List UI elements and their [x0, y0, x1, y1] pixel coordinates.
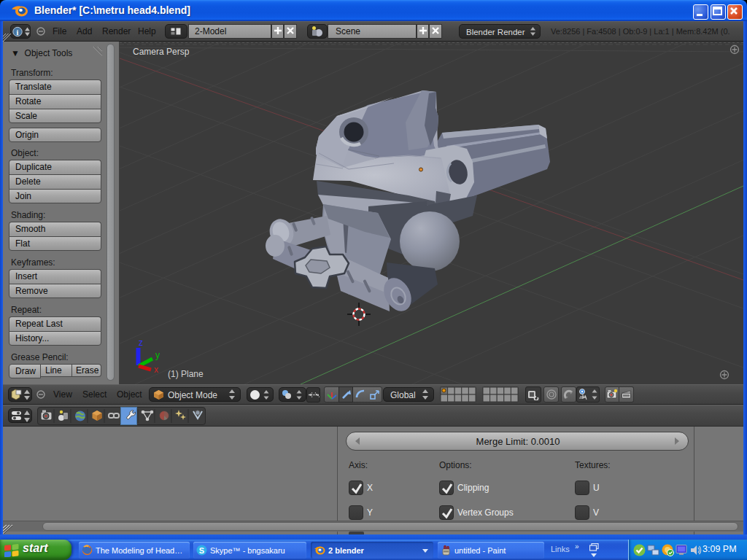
svg-text:x: x: [154, 365, 158, 375]
svg-text:S: S: [199, 546, 204, 555]
svg-text:z: z: [139, 338, 143, 348]
svg-text:y: y: [155, 350, 160, 360]
svg-text:i: i: [17, 28, 19, 36]
